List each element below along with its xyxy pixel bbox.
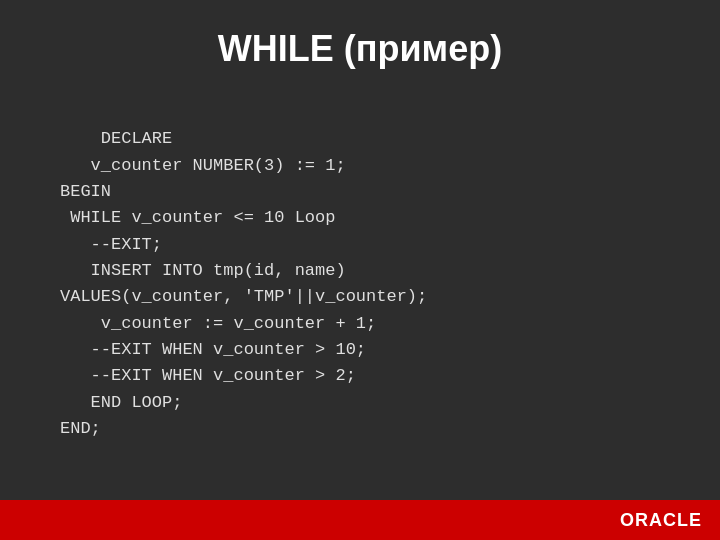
code-line-8: v_counter := v_counter + 1; [60,314,376,333]
slide-container: WHILE (пример) DECLARE v_counter NUMBER(… [0,0,720,540]
code-line-11: END LOOP; [60,393,182,412]
code-line-5: --EXIT; [60,235,162,254]
code-line-9: --EXIT WHEN v_counter > 10; [60,340,366,359]
bottom-bar: ORACLE [0,500,720,540]
code-line-6: INSERT INTO tmp(id, name) [60,261,346,280]
slide-title: WHILE (пример) [0,0,720,90]
code-line-12: END; [60,419,101,438]
code-line-7: VALUES(v_counter, 'TMP'||v_counter); [60,287,427,306]
code-line-3: BEGIN [60,182,111,201]
oracle-label: ORACLE [620,510,702,531]
code-line-10: --EXIT WHEN v_counter > 2; [60,366,356,385]
code-line-4: WHILE v_counter <= 10 Loop [60,208,335,227]
code-line-2: v_counter NUMBER(3) := 1; [60,156,346,175]
code-block: DECLARE v_counter NUMBER(3) := 1; BEGIN … [0,90,720,500]
code-line-1: DECLARE [101,129,172,148]
